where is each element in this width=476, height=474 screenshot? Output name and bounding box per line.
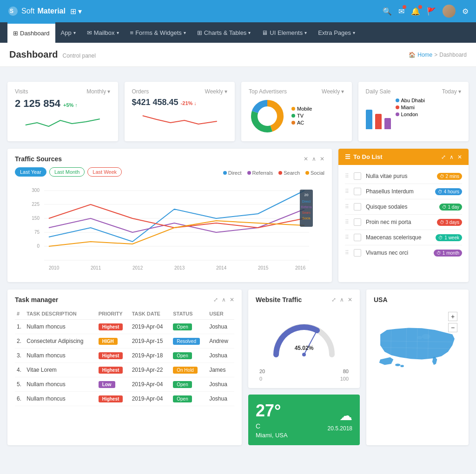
task-close-icon[interactable]: ✕ (230, 296, 234, 303)
search-icon[interactable]: 🔍 (383, 7, 392, 16)
task-manager-title: Task manager (15, 296, 58, 303)
task-collapse-icon[interactable]: ∧ (222, 296, 226, 303)
traffic-resize-icon[interactable]: ⤢ (331, 296, 336, 303)
navbar: ⊞ Dashboard App ▾ ✉ Mailbox ▾ ≡ Forms & … (0, 22, 476, 43)
tab-last-week[interactable]: Last Week (87, 167, 122, 177)
svg-point-31 (302, 353, 306, 356)
legend-tv: TV (291, 113, 312, 118)
cell-user-3: James (207, 363, 234, 377)
nav-app[interactable]: App ▾ (55, 22, 81, 43)
nav-forms[interactable]: ≡ Forms & Widgets ▾ (125, 22, 192, 43)
todo-checkbox-3[interactable] (354, 218, 361, 226)
todo-item-text-3: Proin nec mi porta (366, 219, 432, 225)
website-traffic-header: Website Traffic ⤢ ∧ ✕ (256, 296, 352, 303)
chevron-down-icon-2: ▾ (117, 30, 119, 35)
map-zoom-in[interactable]: + (448, 312, 457, 321)
legend-search: Search (278, 170, 300, 176)
weather-city: Miami, USA (256, 432, 288, 439)
gauge-left-label: 20 (259, 369, 265, 374)
todo-badge-5: ⏱1 month (434, 250, 462, 257)
todo-collapse-icon[interactable]: ∧ (450, 154, 454, 160)
todo-resize-icon[interactable]: ⤢ (441, 154, 446, 160)
cell-user-5: Joshua (207, 392, 234, 406)
nav-ui[interactable]: 🖥 UI Elements ▾ (256, 22, 312, 43)
gauge-min-label: 0 (259, 376, 262, 382)
advertisers-period[interactable]: Weekly ▾ (322, 88, 344, 95)
todo-checkbox-4[interactable] (354, 234, 361, 241)
mailbox-icon: ✉ (87, 29, 92, 36)
todo-close-icon[interactable]: ✕ (457, 154, 462, 160)
todo-checkbox-2[interactable] (354, 203, 361, 211)
todo-checkbox-5[interactable] (354, 249, 361, 257)
svg-text:Searc: Searc (302, 211, 311, 214)
chevron-down-icon-3: ▾ (184, 30, 186, 35)
cell-priority-4: Low (97, 377, 130, 392)
abudhabi-label: Abu Dhabi (401, 98, 425, 103)
collapse-icon[interactable]: ∧ (312, 156, 316, 162)
task-resize-icon[interactable]: ⤢ (213, 296, 218, 303)
todo-checkbox-1[interactable] (354, 188, 361, 195)
breadcrumb-home[interactable]: Home (417, 52, 432, 58)
avatar[interactable] (443, 5, 456, 18)
priority-badge-4: Low (99, 381, 115, 388)
nav-dashboard[interactable]: ⊞ Dashboard (7, 22, 55, 43)
chevron-down-icon-6: ▾ (353, 30, 355, 35)
todo-header: ☰ To Do List ⤢ ∧ ✕ (338, 149, 469, 165)
drag-handle-icon[interactable]: ⠿ (345, 204, 349, 210)
flag-icon[interactable]: 🚩 (427, 7, 436, 16)
daily-sale-card: Daily Sale Today ▾ Abu Dhabi Miami (358, 82, 469, 141)
drag-handle-icon[interactable]: ⠿ (345, 173, 349, 179)
close-icon[interactable]: ✕ (320, 156, 324, 162)
tab-last-month[interactable]: Last Month (49, 167, 85, 177)
todo-item-text-5: Vivamus nec orci (366, 250, 429, 256)
forms-icon: ≡ (130, 29, 134, 36)
map-container: + − (374, 308, 461, 382)
drag-handle-icon[interactable]: ⠿ (345, 188, 349, 195)
traffic-collapse-icon[interactable]: ∧ (340, 296, 344, 303)
topbar: S SoftMaterial ⊞ ▾ 🔍 ✉ 🔔 🚩 ⚙ (0, 0, 476, 22)
mobile-dot (291, 107, 295, 111)
table-row: 5. Nullam rhoncus Low 2019-Apr-04 Open J… (15, 377, 234, 392)
center-col: Website Traffic ⤢ ∧ ✕ (248, 290, 360, 445)
apps-grid-icon[interactable]: ⊞ ▾ (70, 7, 82, 16)
gauge-minmax: 0 100 (256, 376, 352, 382)
abudhabi-dot (396, 99, 399, 102)
daily-sale-period[interactable]: Today ▾ (442, 88, 461, 95)
orders-period[interactable]: Weekly ▾ (205, 88, 227, 95)
search-label: Search (284, 170, 300, 176)
traffic-close-icon[interactable]: ✕ (348, 296, 352, 303)
todo-checkbox-0[interactable] (354, 172, 361, 180)
london-dot (396, 112, 399, 116)
map-zoom-out[interactable]: − (448, 323, 457, 332)
visits-label: Visits (15, 88, 28, 95)
todo-item-text-4: Maecenas scelerisque (366, 234, 431, 241)
orders-header: Orders Weekly ▾ (132, 88, 228, 95)
nav-charts[interactable]: ⊞ Charts & Tables ▾ (192, 22, 257, 43)
drag-handle-icon[interactable]: ⠿ (345, 250, 349, 256)
todo-item: ⠿ Maecenas scelerisque ⏱1 week (345, 230, 462, 245)
cell-status-4: Open (171, 377, 207, 392)
tab-last-year[interactable]: Last Year (15, 167, 46, 177)
nav-extra[interactable]: Extra Pages ▾ (312, 22, 361, 43)
visits-period[interactable]: Monthly ▾ (86, 88, 110, 95)
task-table-body: 1. Nullam rhoncus Highest 2019-Apr-04 Op… (15, 320, 234, 406)
todo-title: ☰ To Do List (345, 153, 383, 160)
gear-icon[interactable]: ⚙ (462, 7, 469, 16)
website-traffic-title: Website Traffic (256, 296, 302, 303)
svg-text:2015: 2015 (258, 265, 269, 270)
card-actions: ✕ ∧ ✕ (304, 156, 324, 162)
breadcrumb: 🏠 Home > Dashboard (409, 52, 467, 58)
cell-num-1: 2. (15, 334, 25, 349)
drag-handle-icon[interactable]: ⠿ (345, 234, 349, 241)
visits-chart (15, 113, 111, 132)
drag-handle-icon[interactable]: ⠿ (345, 219, 349, 225)
mail-icon[interactable]: ✉ (398, 7, 404, 16)
col-priority: Priority (97, 308, 130, 320)
cell-desc-4: Nullam rhoncus (25, 377, 96, 392)
nav-mailbox[interactable]: ✉ Mailbox ▾ (81, 22, 125, 43)
charts-icon: ⊞ (197, 29, 202, 36)
resize-icon[interactable]: ✕ (304, 156, 308, 162)
chevron-down-icon-4: ▾ (248, 30, 251, 35)
status-badge-4: Open (173, 381, 192, 388)
bell-icon[interactable]: 🔔 (411, 7, 420, 16)
